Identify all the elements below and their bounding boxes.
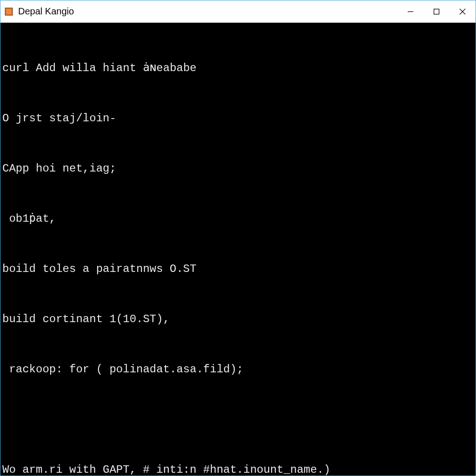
close-icon	[459, 8, 466, 15]
minimize-icon	[407, 8, 414, 15]
window-title: Depal Kangio	[18, 6, 74, 17]
maximize-button[interactable]	[423, 0, 450, 22]
minimize-button[interactable]	[397, 0, 423, 22]
maximize-icon	[433, 8, 440, 15]
terminal-line	[2, 411, 474, 428]
terminal-line: rackoop: for ( polinadat.asa.fild);	[2, 361, 474, 378]
app-icon	[4, 7, 13, 16]
svg-rect-1	[6, 9, 12, 14]
svg-rect-3	[434, 9, 439, 14]
terminal-line: Wo arm.ri with GAPT, # inti:n #hnat.inou…	[2, 462, 474, 476]
terminal-line: CApp hoi net,iag;	[2, 160, 474, 177]
terminal-line: O jrst staj/loin-	[2, 110, 474, 127]
terminal-line: curl Add willa hiant ȧɴeababe	[2, 60, 474, 77]
terminal-line: boild toles a pairatnnws O.ST	[2, 261, 474, 278]
terminal-output[interactable]: curl Add willa hiant ȧɴeababe O jrst sta…	[0, 23, 476, 476]
terminal-line: ob1ṗat,	[2, 211, 474, 227]
app-window: Depal Kangio curl Add willa hiant ȧ	[0, 0, 476, 476]
close-button[interactable]	[450, 0, 476, 22]
terminal-line: build cortinant 1(10.ST),	[2, 311, 474, 328]
window-controls	[397, 0, 476, 22]
titlebar[interactable]: Depal Kangio	[0, 0, 476, 23]
